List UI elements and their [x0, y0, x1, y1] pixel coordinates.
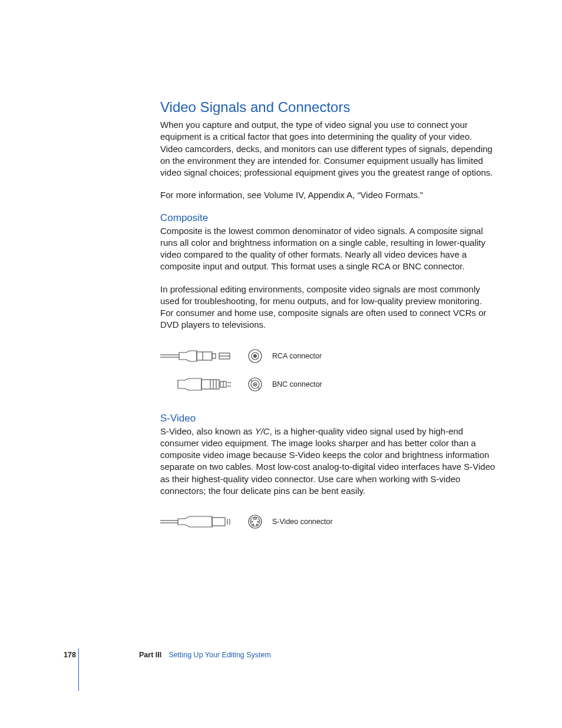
composite-heading: Composite: [160, 212, 496, 224]
svg-line-22: [251, 380, 252, 381]
composite-paragraph-2: In professional editing environments, co…: [160, 284, 496, 331]
svideo-connector-label: S-Video connector: [267, 518, 333, 526]
content-column: Video Signals and Connectors When you ca…: [160, 99, 496, 550]
svideo-p1-em: Y/C: [255, 426, 270, 436]
section-heading: Video Signals and Connectors: [160, 99, 496, 116]
intro-paragraph-2: For more information, see Volume IV, App…: [160, 189, 496, 201]
svg-point-21: [254, 384, 256, 385]
svg-line-23: [258, 387, 259, 388]
svg-rect-4: [212, 354, 216, 358]
page-footer: 178 Part IIISetting Up Your Editing Syst…: [64, 651, 271, 659]
svideo-connector-row: S-Video connector: [160, 508, 496, 536]
composite-connectors: RCA connector: [160, 342, 496, 398]
bnc-connector-label: BNC connector: [267, 380, 322, 388]
svg-point-34: [253, 524, 254, 525]
svg-point-35: [256, 524, 257, 525]
rca-cable-icon: [160, 348, 243, 364]
page: Video Signals and Connectors When you ca…: [0, 0, 562, 728]
bnc-connector-row: BNC connector: [160, 370, 496, 398]
svideo-face-icon: [243, 514, 267, 529]
svideo-heading: S-Video: [160, 413, 496, 424]
svg-rect-2: [197, 352, 212, 360]
rca-connector-row: RCA connector: [160, 342, 496, 370]
svg-point-9: [254, 354, 257, 357]
svideo-connectors: S-Video connector: [160, 508, 496, 536]
footer-part: Part III: [139, 651, 161, 659]
svideo-p1-post: , is a higher-quality video signal used …: [160, 426, 495, 496]
svg-rect-26: [212, 518, 225, 526]
rca-connector-label: RCA connector: [267, 352, 322, 360]
svideo-paragraph-1: S-Video, also known as Y/C, is a higher-…: [160, 426, 496, 498]
svideo-p1-pre: S-Video, also known as: [160, 426, 255, 436]
svg-point-32: [252, 521, 253, 522]
svg-point-33: [257, 521, 259, 522]
svg-rect-31: [254, 518, 256, 519]
bnc-cable-icon: [160, 375, 243, 393]
rca-face-icon: [243, 348, 267, 364]
bnc-face-icon: [243, 377, 267, 392]
svideo-cable-icon: [160, 514, 243, 529]
page-number: 178: [64, 651, 139, 659]
intro-paragraph-1: When you capture and output, the type of…: [160, 119, 496, 179]
footer-title: Setting Up Your Editing System: [168, 651, 271, 659]
composite-paragraph-1: Composite is the lowest common denominat…: [160, 225, 496, 273]
